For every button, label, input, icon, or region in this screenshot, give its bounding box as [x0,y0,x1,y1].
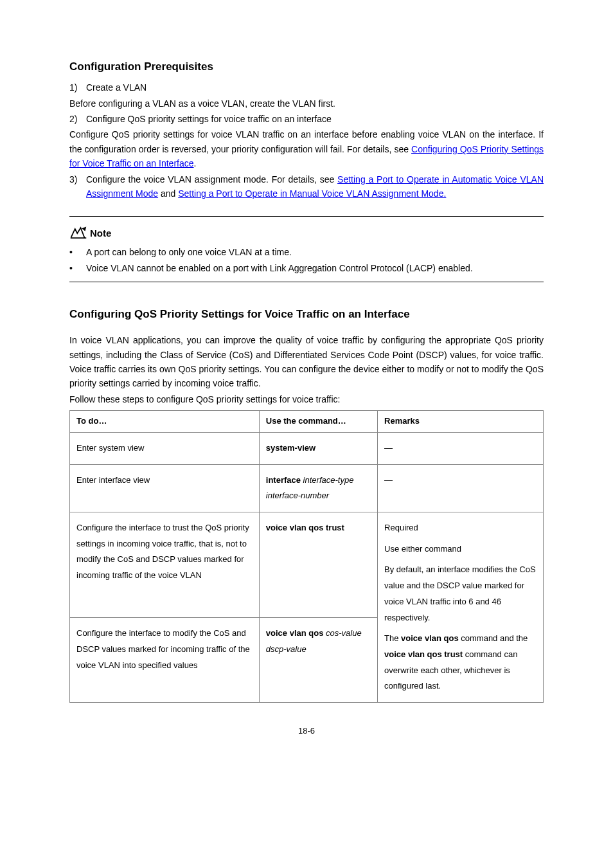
bullet-marker-2: • [69,261,86,275]
cmd-qos-trust: voice vlan qos trust [266,523,344,532]
cell-r2c1: Enter interface view [70,464,260,512]
item3a: Configure the voice VLAN assignment mode… [86,174,337,185]
page-number: 18-6 [69,725,544,738]
bullet1-text: A port can belong to only one voice VLAN… [86,245,292,259]
rem4d: voice vlan qos trust [384,649,463,659]
table-row: Enter system view system-view — [70,433,544,465]
cell-r3c2: voice vlan qos trust [259,512,377,618]
cmd-interface: interface [266,475,301,485]
divider-bottom [69,282,544,282]
bullet-marker-1: • [69,245,86,259]
item3b: and [158,188,178,199]
cmd-system-view: system-view [266,443,315,453]
th-command: Use the command… [259,411,377,433]
link-manual-mode[interactable]: Setting a Port to Operate in Manual Voic… [178,188,446,199]
bullet2-text: Voice VLAN cannot be enabled on a port w… [86,261,473,275]
para2b: . [194,158,197,168]
item3-content: Configure the voice VLAN assignment mode… [86,172,544,201]
cell-r1c1: Enter system view [70,433,260,465]
th-remarks: Remarks [378,411,544,433]
rem-overwrite: The voice vlan qos command and the voice… [384,631,537,694]
cell-r1c3: — [378,433,544,465]
th-todo: To do… [70,411,260,433]
divider-top [69,216,544,217]
marker-2: 2) [69,112,86,126]
cell-r2c3: — [378,464,544,512]
note-icon [69,226,87,240]
note-header: Note [69,226,544,241]
table-row: Configure the interface to trust the QoS… [70,512,544,618]
cell-r2c2: interface interface-type interface-numbe… [259,464,377,512]
marker-3: 3) [69,172,86,201]
item1-text: Create a VLAN [86,80,544,95]
item2-text: Configure QoS priority settings for voic… [86,112,544,126]
rem4a: The [384,633,401,643]
cell-r3c1: Configure the interface to trust the QoS… [70,512,260,618]
section-heading: Configuring QoS Priority Settings for Vo… [69,305,544,323]
note-label: Note [90,226,111,241]
ordered-item-2: 2) Configure QoS priority settings for v… [69,112,544,126]
cell-r4c2: voice vlan qos cos-value dscp-value [259,618,377,703]
table-header-row: To do… Use the command… Remarks [70,411,544,433]
cmd-qos: voice vlan qos [266,628,324,638]
bullet-1: • A port can belong to only one voice VL… [69,245,544,259]
rem4c: command and the [459,633,528,643]
section-para2: Follow these steps to configure QoS prio… [69,392,544,406]
para-create-vlan: Before configuring a VLAN as a voice VLA… [69,96,544,111]
ordered-item-1: 1) Create a VLAN [69,80,544,95]
bullet-2: • Voice VLAN cannot be enabled on a port… [69,261,544,275]
table-row: Enter interface view interface interface… [70,464,544,512]
cell-r1c2: system-view [259,433,377,465]
rem-default: By default, an interface modifies the Co… [384,562,537,626]
rem-either: Use either command [384,541,537,557]
cell-r4c1: Configure the interface to modify the Co… [70,618,260,703]
config-table: To do… Use the command… Remarks Enter sy… [69,410,544,703]
section-para1: In voice VLAN applications, you can impr… [69,333,544,391]
cell-remarks-merged: Required Use either command By default, … [378,512,544,703]
ordered-item-3: 3) Configure the voice VLAN assignment m… [69,172,544,201]
prerequisites-heading: Configuration Prerequisites [69,58,544,75]
para-qos-config: Configure QoS priority settings for voic… [69,127,544,170]
rem-required: Required [384,520,537,536]
marker-1: 1) [69,80,86,95]
rem4b: voice vlan qos [401,633,459,643]
